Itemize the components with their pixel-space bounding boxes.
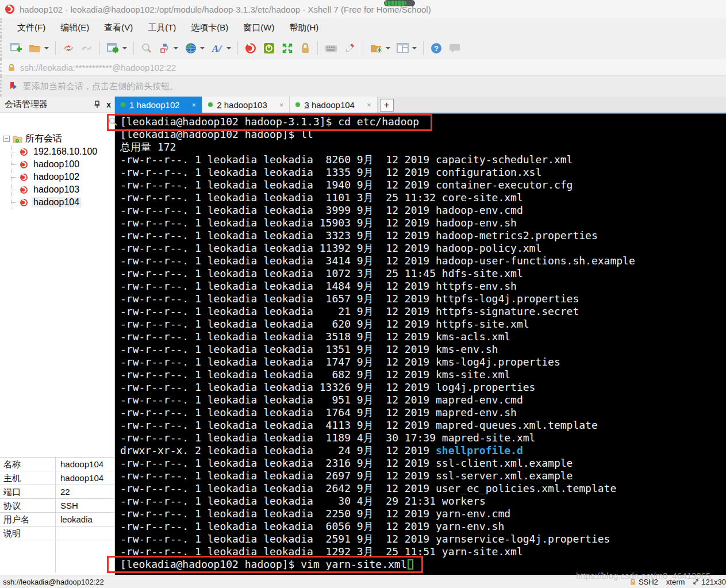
tab-number: 3 xyxy=(304,100,309,110)
font-button[interactable]: A xyxy=(208,40,233,56)
pin-icon[interactable] xyxy=(94,101,101,109)
window-title: hadoop102 - leokadia@hadoop102:/opt/modu… xyxy=(20,5,431,14)
terminal-file-row: -rw-r--r--. 1 leokadia leokadia 2250 9月 … xyxy=(120,508,726,520)
menu-item-5[interactable]: 选项卡(B) xyxy=(183,20,236,36)
ssh-url: ssh://leokadia:***********@hadoop102:22 xyxy=(20,63,176,72)
chevron-down-icon[interactable] xyxy=(44,47,49,49)
session-icon xyxy=(20,173,28,182)
tab-bar: 1 hadoop102×2 hadoop103×3 hadoop104×+ xyxy=(115,97,726,113)
quick-command-button[interactable] xyxy=(446,41,463,56)
tab-close-icon[interactable]: × xyxy=(367,101,371,109)
tab-label: 1 hadoop102 xyxy=(129,100,180,110)
connected-dot-icon xyxy=(295,102,300,107)
property-value xyxy=(56,526,114,540)
tab-hadoop103[interactable]: 2 hadoop103× xyxy=(202,97,290,113)
file-name: kms-log4j.properties xyxy=(436,356,560,368)
open-session-button[interactable] xyxy=(26,40,51,56)
session-properties-table: 名称hadoop104主机hadoop104端口22协议SSH用户名leokad… xyxy=(0,457,114,572)
chevron-down-icon[interactable] xyxy=(174,47,178,49)
terminal-file-row: -rw-r--r--. 1 leokadia leokadia 682 9月 1… xyxy=(120,368,726,381)
menu-item-1[interactable]: 文件(F) xyxy=(10,20,53,36)
new-file-button[interactable] xyxy=(367,40,393,56)
property-row-名称: 名称hadoop104 xyxy=(0,458,114,471)
terminal-file-row: -rw-r--r--. 1 leokadia leokadia 620 9月 1… xyxy=(120,318,726,330)
tab-close-icon[interactable]: × xyxy=(279,101,284,109)
fullscreen-button[interactable] xyxy=(279,40,296,56)
find-button[interactable] xyxy=(138,40,155,56)
session-label: hadoop102 xyxy=(32,172,81,182)
tab-hadoop102[interactable]: 1 hadoop102× xyxy=(115,97,202,113)
file-name: core-site.xml xyxy=(442,191,523,203)
terminal-file-row: -rw-r--r--. 1 leokadia leokadia 3323 9月 … xyxy=(120,229,726,242)
address-bar[interactable]: ssh://leokadia:***********@hadoop102:22 xyxy=(0,59,726,76)
menu-item-4[interactable]: 工具(T) xyxy=(140,20,183,36)
close-panel-icon[interactable]: x xyxy=(106,100,111,109)
lock-screen-button[interactable] xyxy=(297,40,313,56)
terminal[interactable]: [leokadia@hadoop102 hadoop-3.1.3]$ cd et… xyxy=(115,113,726,575)
terminal-file-row: -rw-r--r--. 1 leokadia leokadia 1657 9月 … xyxy=(120,293,726,305)
folder-icon xyxy=(13,134,22,144)
new-tab-button[interactable]: + xyxy=(380,99,394,112)
highlight-pen-button[interactable] xyxy=(341,40,359,56)
file-name: yarn-site.xml xyxy=(442,545,523,558)
session-item-hadoop100[interactable]: hadoop100 xyxy=(11,158,114,171)
file-name: kms-acls.xml xyxy=(436,330,510,343)
terminal-command-cd: [leokadia@hadoop102 hadoop-3.1.3]$ cd et… xyxy=(120,116,726,128)
terminal-file-row: -rw-r--r--. 1 leokadia leokadia 3414 9月 … xyxy=(120,255,726,267)
disconnect-button[interactable] xyxy=(60,40,77,56)
collapse-icon[interactable] xyxy=(3,136,10,142)
new-session-button[interactable] xyxy=(7,40,25,56)
file-name: hadoop-env.sh xyxy=(436,217,517,229)
svg-text:A: A xyxy=(212,43,218,54)
menu-item-6[interactable]: 窗口(W) xyxy=(236,20,282,36)
virtual-keyboard-button[interactable] xyxy=(322,40,340,56)
xagent-button[interactable] xyxy=(242,40,259,56)
session-tree-root[interactable]: 所有会话 xyxy=(3,132,114,145)
chevron-down-icon[interactable] xyxy=(412,47,417,49)
terminal-command-ll: [leokadia@hadoop102 hadoop]$ ll xyxy=(120,128,726,141)
session-properties-button[interactable] xyxy=(104,40,129,56)
lock-icon xyxy=(7,63,16,72)
property-value: SSH xyxy=(56,499,114,512)
help-button[interactable]: ? xyxy=(428,40,445,56)
session-item-hadoop103[interactable]: hadoop103 xyxy=(11,183,114,196)
tab-hadoop104[interactable]: 3 hadoop104× xyxy=(290,97,377,113)
terminal-file-row: -rw-r--r--. 1 leokadia leokadia 1189 4月 … xyxy=(120,432,726,444)
file-name: kms-site.xml xyxy=(436,368,510,381)
file-name: log4j.properties xyxy=(436,381,535,393)
terminal-file-row: -rw-r--r--. 1 leokadia leokadia 30 4月 29… xyxy=(120,495,726,508)
menu-item-7[interactable]: 帮助(H) xyxy=(282,20,326,36)
session-item-hadoop102[interactable]: hadoop102 xyxy=(11,171,114,183)
reconnect-button[interactable] xyxy=(78,40,95,56)
tab-close-icon[interactable]: × xyxy=(192,101,197,109)
file-name: yarn-env.sh xyxy=(436,520,504,532)
tab-number: 1 xyxy=(129,100,134,110)
property-label: 协议 xyxy=(0,499,56,512)
terminal-file-row: -rw-r--r--. 1 leokadia leokadia 8260 9月 … xyxy=(120,153,726,166)
layout-button[interactable] xyxy=(394,40,419,56)
chevron-down-icon[interactable] xyxy=(200,47,205,49)
session-item-192.168.10.100[interactable]: 192.168.10.100 xyxy=(11,145,114,158)
connected-dot-icon xyxy=(121,102,125,107)
color-scheme-button[interactable] xyxy=(156,40,180,56)
chevron-down-icon[interactable] xyxy=(226,47,231,49)
session-item-hadoop104[interactable]: hadoop104 xyxy=(11,196,114,209)
terminal-file-row: -rw-r--r--. 1 leokadia leokadia 1335 9月 … xyxy=(120,166,726,179)
session-label: hadoop100 xyxy=(32,159,81,170)
encoding-globe-button[interactable] xyxy=(182,40,207,57)
file-name: user_ec_policies.xml.template xyxy=(436,482,616,494)
menu-item-2[interactable]: 编辑(E) xyxy=(53,20,97,36)
terminal-file-row: -rw-r--r--. 1 leokadia leokadia 15903 9月… xyxy=(120,217,726,229)
xftp-button[interactable] xyxy=(260,40,278,56)
session-icon xyxy=(20,148,28,156)
menu-item-3[interactable]: 查看(V) xyxy=(97,20,140,36)
chevron-down-icon[interactable] xyxy=(122,47,127,49)
property-row-端口: 端口22 xyxy=(0,485,114,499)
terminal-file-row: -rw-r--r--. 1 leokadia leokadia 3518 9月 … xyxy=(120,330,726,343)
chevron-down-icon[interactable] xyxy=(386,47,390,49)
property-value xyxy=(56,540,114,572)
terminal-file-row: -rw-r--r--. 1 leokadia leokadia 2642 9月 … xyxy=(120,482,726,495)
connected-dot-icon xyxy=(208,102,213,107)
session-tree-root-label[interactable]: 所有会话 xyxy=(25,133,62,145)
terminal-file-row: -rw-r--r--. 1 leokadia leokadia 1351 9月 … xyxy=(120,343,726,356)
